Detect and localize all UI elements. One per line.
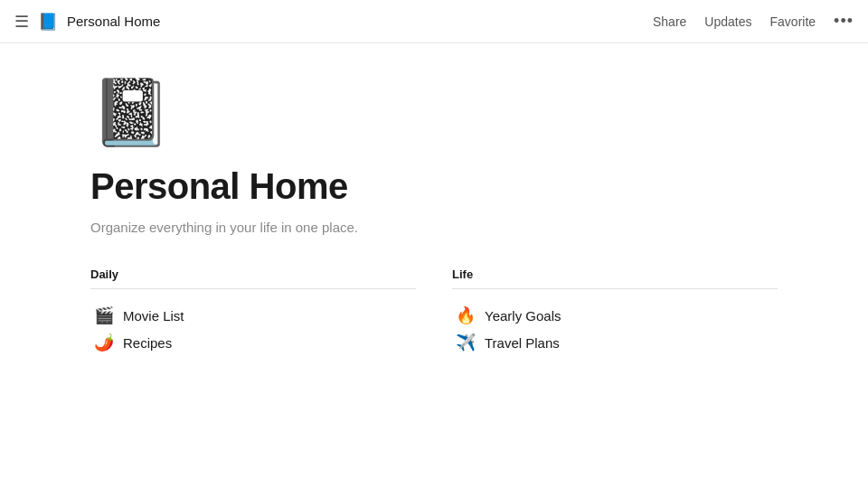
menu-icon[interactable]: ☰: [14, 14, 29, 30]
page-cover-icon: 📓: [90, 80, 778, 145]
travel-plans-icon: ✈️: [456, 334, 476, 351]
movie-list-label: Movie List: [123, 308, 184, 324]
favorite-button[interactable]: Favorite: [770, 14, 816, 29]
daily-column: Daily 🎬 Movie List 🌶️ Recipes: [90, 267, 416, 356]
daily-divider: [90, 288, 416, 289]
topbar-right: Share Updates Favorite •••: [653, 12, 854, 31]
travel-plans-label: Travel Plans: [485, 335, 560, 351]
life-header: Life: [452, 267, 778, 281]
list-item-yearly-goals[interactable]: 🔥 Yearly Goals: [452, 302, 778, 329]
list-item-travel-plans[interactable]: ✈️ Travel Plans: [452, 329, 778, 356]
columns: Daily 🎬 Movie List 🌶️ Recipes Life 🔥 Yea…: [90, 267, 778, 356]
life-column: Life 🔥 Yearly Goals ✈️ Travel Plans: [452, 267, 778, 356]
movie-list-icon: 🎬: [94, 307, 114, 324]
topbar-title: Personal Home: [67, 14, 160, 29]
list-item-movie-list[interactable]: 🎬 Movie List: [90, 302, 416, 329]
page-icon-small: 📘: [38, 14, 58, 30]
updates-button[interactable]: Updates: [704, 14, 751, 29]
main-content: 📓 Personal Home Organize everything in y…: [0, 43, 868, 392]
recipes-label: Recipes: [123, 335, 172, 351]
topbar: ☰ 📘 Personal Home Share Updates Favorite…: [0, 0, 868, 43]
share-button[interactable]: Share: [653, 14, 686, 29]
daily-header: Daily: [90, 267, 416, 281]
recipes-icon: 🌶️: [94, 334, 114, 351]
more-icon[interactable]: •••: [834, 12, 854, 31]
page-description: Organize everything in your life in one …: [90, 220, 778, 235]
topbar-left: ☰ 📘 Personal Home: [14, 14, 160, 30]
yearly-goals-label: Yearly Goals: [485, 308, 561, 324]
list-item-recipes[interactable]: 🌶️ Recipes: [90, 329, 416, 356]
life-divider: [452, 288, 778, 289]
page-title: Personal Home: [90, 166, 778, 207]
yearly-goals-icon: 🔥: [456, 307, 476, 324]
